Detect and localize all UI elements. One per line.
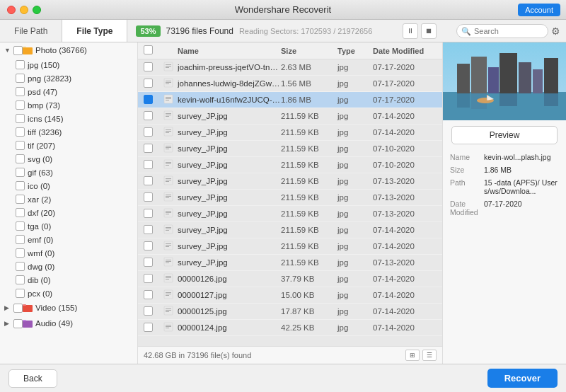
row-checkbox-1[interactable]: [144, 79, 163, 89]
pcx-checkbox[interactable]: [16, 289, 25, 298]
file-date-10: 07-14-2020: [373, 226, 437, 234]
table-row[interactable]: survey_JP.jpg 211.59 KB jpg 07-13-2020: [138, 255, 442, 271]
sidebar-item-photo[interactable]: ▼ Photo (36766): [0, 42, 137, 58]
file-icon-11: [163, 241, 178, 252]
png-checkbox[interactable]: [16, 74, 25, 83]
row-checkbox-10[interactable]: [144, 225, 163, 236]
row-checkbox-11[interactable]: [144, 241, 163, 252]
file-icon-14: [163, 289, 178, 301]
tab-file-type[interactable]: File Type: [62, 20, 127, 42]
xar-checkbox[interactable]: [16, 195, 25, 204]
table-row[interactable]: 00000124.jpg 42.25 KB jpg 07-14-2020: [138, 320, 442, 336]
svg-rect-29: [166, 147, 171, 148]
sidebar-item-pcx[interactable]: pcx (0): [0, 287, 137, 300]
sidebar-item-tif[interactable]: tif (207): [0, 139, 137, 152]
audio-checkbox[interactable]: [13, 319, 23, 328]
table-row[interactable]: survey_JP.jpg 211.59 KB jpg 07-14-2020: [138, 238, 442, 255]
recover-button[interactable]: Recover: [487, 369, 558, 388]
sidebar-item-video[interactable]: ▶ Video (155): [0, 300, 137, 316]
bmp-checkbox[interactable]: [16, 100, 25, 110]
select-all-checkbox[interactable]: [144, 45, 153, 54]
sidebar-item-dwg[interactable]: dwg (0): [0, 260, 137, 273]
table-row[interactable]: survey_JP.jpg 211.59 KB jpg 07-14-2020: [138, 125, 442, 141]
table-row[interactable]: survey_JP.jpg 211.59 KB jpg 07-13-2020: [138, 206, 442, 222]
ico-checkbox[interactable]: [16, 181, 25, 190]
svg-rect-48: [166, 227, 171, 228]
sidebar-item-jpg[interactable]: jpg (150): [0, 58, 137, 71]
sidebar-item-dxf[interactable]: dxf (20): [0, 206, 137, 219]
sidebar-item-png[interactable]: png (32823): [0, 71, 137, 85]
table-row[interactable]: survey_JP.jpg 211.59 KB jpg 07-14-2020: [138, 222, 442, 238]
row-checkbox-8[interactable]: [144, 192, 163, 203]
list-view-button[interactable]: ☰: [422, 350, 437, 361]
stop-button[interactable]: ⏹: [421, 23, 437, 39]
back-button[interactable]: Back: [8, 369, 57, 388]
table-row[interactable]: johannes-ludwig-8dejZGw3Hec-unsplash.jpg…: [138, 76, 442, 92]
table-row[interactable]: survey_JP.jpg 211.59 KB jpg 07-14-2020: [138, 108, 442, 125]
row-checkbox-2[interactable]: [144, 95, 163, 105]
dxf-checkbox[interactable]: [16, 208, 25, 217]
tiff-checkbox[interactable]: [16, 127, 25, 137]
row-checkbox-4[interactable]: [144, 127, 163, 138]
svg-checkbox[interactable]: [16, 154, 25, 163]
row-checkbox-3[interactable]: [144, 111, 163, 122]
wmf-checkbox[interactable]: [16, 248, 25, 258]
dwg-checkbox[interactable]: [16, 262, 25, 271]
table-row[interactable]: 00000126.jpg 37.79 KB jpg 07-14-2020: [138, 271, 442, 287]
tab-file-path[interactable]: File Path: [0, 20, 62, 42]
close-button[interactable]: [7, 6, 16, 14]
row-checkbox-7[interactable]: [144, 176, 163, 187]
dib-checkbox[interactable]: [16, 275, 25, 284]
video-checkbox[interactable]: [13, 304, 23, 313]
row-checkbox-15[interactable]: [144, 306, 163, 317]
filter-icon[interactable]: ⚙: [551, 25, 560, 37]
sidebar-item-xar[interactable]: xar (2): [0, 192, 137, 206]
table-row[interactable]: kevin-wolf-u16nfw2JUCQ-unsplash.jpg 1.86…: [138, 92, 442, 108]
preview-button[interactable]: Preview: [451, 126, 558, 144]
table-row[interactable]: survey_JP.jpg 211.59 KB jpg 07-10-2020: [138, 141, 442, 157]
photo-checkbox[interactable]: [13, 46, 23, 55]
sidebar-item-tiff[interactable]: tiff (3236): [0, 125, 137, 139]
row-checkbox-12[interactable]: [144, 258, 163, 268]
row-checkbox-5[interactable]: [144, 144, 163, 154]
grid-view-button[interactable]: ⊞: [405, 350, 420, 361]
svg-rect-34: [166, 165, 169, 166]
sidebar-item-icns[interactable]: icns (145): [0, 112, 137, 125]
minimize-button[interactable]: [20, 6, 28, 14]
sidebar-item-tga[interactable]: tga (0): [0, 219, 137, 233]
file-date-7: 07-13-2020: [373, 177, 437, 185]
table-row[interactable]: survey_JP.jpg 211.59 KB jpg 07-10-2020: [138, 157, 442, 173]
sidebar-item-dib[interactable]: dib (0): [0, 273, 137, 287]
jpg-checkbox[interactable]: [16, 60, 25, 69]
tga-checkbox[interactable]: [16, 221, 25, 231]
maximize-button[interactable]: [33, 6, 41, 14]
row-checkbox-6[interactable]: [144, 160, 163, 171]
table-row[interactable]: 00000125.jpg 17.87 KB jpg 07-14-2020: [138, 304, 442, 320]
pause-button[interactable]: ⏸: [403, 23, 418, 39]
row-checkbox-9[interactable]: [144, 209, 163, 219]
icns-checkbox[interactable]: [16, 114, 25, 123]
sidebar-item-gif[interactable]: gif (63): [0, 166, 137, 179]
row-checkbox-0[interactable]: [144, 62, 163, 73]
table-row[interactable]: joachim-preuss-jqetVO-tnm-Go-unsplash.jp…: [138, 59, 442, 76]
row-checkbox-13[interactable]: [144, 274, 163, 284]
table-row[interactable]: survey_JP.jpg 211.59 KB jpg 07-13-2020: [138, 173, 442, 190]
gif-checkbox[interactable]: [16, 168, 25, 177]
sidebar-item-psd[interactable]: psd (47): [0, 85, 137, 98]
row-checkbox-14[interactable]: [144, 290, 163, 301]
row-checkbox-16[interactable]: [144, 323, 163, 333]
sidebar-item-wmf[interactable]: wmf (0): [0, 246, 137, 260]
table-row[interactable]: 00000127.jpg 15.00 KB jpg 07-14-2020: [138, 287, 442, 304]
sidebar-item-svg[interactable]: svg (0): [0, 152, 137, 166]
sidebar-item-ico[interactable]: ico (0): [0, 179, 137, 192]
svg-rect-4: [23, 304, 26, 306]
psd-checkbox[interactable]: [16, 87, 25, 96]
sidebar-item-audio[interactable]: ▶ Audio (49): [0, 316, 137, 331]
sidebar-item-emf[interactable]: emf (0): [0, 233, 137, 246]
sidebar-item-bmp[interactable]: bmp (73): [0, 98, 137, 112]
emf-checkbox[interactable]: [16, 235, 25, 244]
svg-rect-79: [488, 67, 499, 93]
table-row[interactable]: survey_JP.jpg 211.59 KB jpg 07-13-2020: [138, 190, 442, 206]
account-button[interactable]: Account: [518, 4, 560, 16]
tif-checkbox[interactable]: [16, 141, 25, 150]
